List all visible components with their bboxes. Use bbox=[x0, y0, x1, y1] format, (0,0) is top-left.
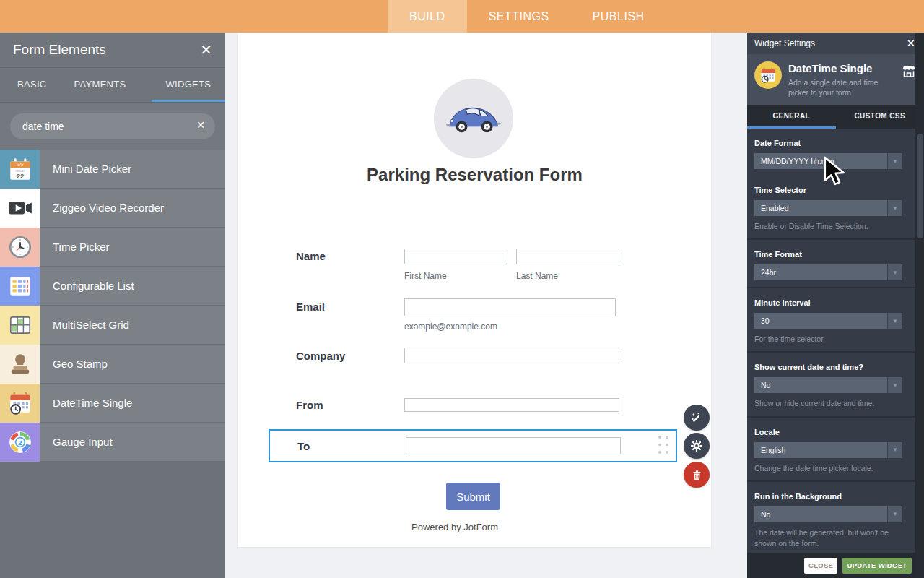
widget-item-geo-stamp[interactable]: Geo Stamp bbox=[0, 345, 225, 384]
field-label: Company bbox=[296, 350, 345, 362]
tab-custom-css[interactable]: CUSTOM CSS bbox=[836, 105, 924, 129]
powered-by-text: Powered by JotForm bbox=[238, 522, 671, 532]
select-value: English bbox=[754, 442, 887, 458]
settings-tabs: GENERAL CUSTOM CSS bbox=[747, 105, 924, 129]
field-to-selected[interactable]: To bbox=[269, 429, 677, 462]
select-value: No bbox=[754, 377, 887, 393]
chevron-down-icon: ▼ bbox=[887, 200, 902, 216]
field-label: To bbox=[297, 440, 310, 452]
widget-list: MAY FRIDAY 22 Mini Date Picker Ziggeo Vi… bbox=[0, 150, 225, 462]
multiselect-grid-icon bbox=[0, 306, 40, 345]
setting-helper: For the time selector. bbox=[754, 334, 902, 345]
car-icon bbox=[445, 101, 502, 136]
panel-scrollbar[interactable] bbox=[915, 33, 924, 578]
gauge-icon: 2 bbox=[0, 423, 40, 462]
tab-settings[interactable]: SETTINGS bbox=[467, 0, 571, 33]
widget-label: Geo Stamp bbox=[40, 345, 225, 384]
chevron-down-icon: ▼ bbox=[887, 377, 902, 393]
svg-text:22: 22 bbox=[16, 172, 24, 180]
delete-button[interactable] bbox=[684, 462, 710, 488]
setting-label: Minute Interval bbox=[754, 298, 902, 307]
widget-label: Ziggeo Video Recorder bbox=[40, 189, 225, 228]
widget-item-multiselect-grid[interactable]: MultiSelect Grid bbox=[0, 306, 225, 345]
submit-button[interactable]: Submit bbox=[446, 483, 500, 510]
mini-date-picker-icon: MAY FRIDAY 22 bbox=[0, 150, 40, 189]
tab-general[interactable]: GENERAL bbox=[747, 105, 836, 129]
form-title: Parking Reservation Form bbox=[238, 165, 711, 185]
close-icon[interactable]: ✕ bbox=[906, 37, 915, 50]
datetime-calendar-clock-icon bbox=[0, 384, 40, 423]
date-format-select[interactable]: MM/DD/YYYY hh:mm ▼ bbox=[754, 153, 902, 169]
scrollbar-thumb[interactable] bbox=[917, 134, 923, 238]
clock-icon bbox=[0, 228, 40, 267]
search-input[interactable] bbox=[10, 113, 215, 139]
minute-interval-select[interactable]: 30 ▼ bbox=[754, 313, 902, 329]
time-selector-select[interactable]: Enabled ▼ bbox=[754, 200, 902, 216]
time-format-select[interactable]: 24hr ▼ bbox=[754, 264, 902, 280]
show-current-select[interactable]: No ▼ bbox=[754, 377, 902, 393]
close-icon[interactable]: ✕ bbox=[200, 43, 212, 57]
setting-locale: Locale English ▼ Change the date time pi… bbox=[747, 416, 915, 480]
trash-icon bbox=[691, 469, 703, 481]
run-background-select[interactable]: No ▼ bbox=[754, 506, 902, 522]
locale-select[interactable]: English ▼ bbox=[754, 442, 902, 458]
email-input[interactable] bbox=[404, 298, 616, 316]
widget-item-ziggeo-video-recorder[interactable]: Ziggeo Video Recorder bbox=[0, 189, 225, 228]
svg-text:2: 2 bbox=[18, 439, 22, 447]
company-input[interactable] bbox=[404, 348, 619, 363]
widget-description: Add a single date and time picker to you… bbox=[788, 77, 900, 98]
widget-label: DateTime Single bbox=[40, 384, 225, 423]
chevron-down-icon: ▼ bbox=[887, 153, 902, 169]
setting-time-selector: Time Selector Enabled ▼ Enable or Disabl… bbox=[747, 176, 915, 238]
sidebar-header: Form Elements ✕ bbox=[0, 33, 225, 68]
drag-handle-icon[interactable] bbox=[658, 436, 668, 454]
widget-label: Gauge Input bbox=[40, 423, 225, 462]
to-input[interactable] bbox=[406, 437, 621, 454]
widget-label: MultiSelect Grid bbox=[40, 306, 225, 345]
form-paper: Parking Reservation Form Name First Name… bbox=[238, 33, 711, 547]
from-input[interactable] bbox=[404, 398, 619, 412]
wizard-button[interactable] bbox=[684, 405, 710, 431]
tab-widgets[interactable]: WIDGETS bbox=[152, 68, 226, 102]
setting-minute-interval: Minute Interval 30 ▼ For the time select… bbox=[747, 287, 915, 351]
widget-item-mini-date-picker[interactable]: MAY FRIDAY 22 Mini Date Picker bbox=[0, 150, 225, 189]
field-label: Email bbox=[296, 301, 325, 313]
last-name-sublabel: Last Name bbox=[516, 271, 558, 281]
select-value: Enabled bbox=[754, 200, 887, 216]
tab-build[interactable]: BUILD bbox=[388, 0, 467, 33]
setting-label: Locale bbox=[754, 428, 902, 436]
setting-helper: Enable or Disable Time Selection. bbox=[754, 221, 902, 232]
datetime-widget-icon bbox=[754, 61, 782, 89]
chevron-down-icon: ▼ bbox=[887, 442, 902, 458]
configurable-list-icon bbox=[0, 267, 40, 306]
tab-basic[interactable]: BASIC bbox=[17, 68, 47, 102]
setting-label: Show current date and time? bbox=[754, 363, 902, 371]
widget-settings-panel: Widget Settings ✕ DateTime Single Add a … bbox=[747, 33, 924, 578]
last-name-input[interactable] bbox=[516, 249, 619, 264]
settings-button[interactable] bbox=[684, 433, 710, 459]
store-icon[interactable] bbox=[901, 64, 917, 105]
chevron-down-icon: ▼ bbox=[887, 506, 902, 522]
panel-header: Widget Settings ✕ bbox=[747, 33, 924, 54]
first-name-input[interactable] bbox=[404, 249, 507, 264]
widget-item-time-picker[interactable]: Time Picker bbox=[0, 228, 225, 267]
panel-title: Widget Settings bbox=[754, 38, 815, 48]
setting-date-format: Date Format MM/DD/YYYY hh:mm ▼ bbox=[747, 129, 915, 176]
tab-publish[interactable]: PUBLISH bbox=[571, 0, 666, 33]
close-button[interactable]: CLOSE bbox=[804, 558, 837, 574]
select-value: No bbox=[754, 506, 887, 522]
clear-search-icon[interactable]: ✕ bbox=[196, 119, 205, 131]
widget-label: Time Picker bbox=[40, 228, 225, 267]
widget-item-configurable-list[interactable]: Configurable List bbox=[0, 267, 225, 306]
widget-label: Mini Date Picker bbox=[40, 150, 225, 189]
gear-icon bbox=[690, 439, 703, 452]
first-name-sublabel: First Name bbox=[404, 271, 447, 281]
widget-item-gauge-input[interactable]: 2 Gauge Input bbox=[0, 423, 225, 462]
select-value: MM/DD/YYYY hh:mm bbox=[754, 153, 887, 169]
widget-item-datetime-single[interactable]: DateTime Single bbox=[0, 384, 225, 423]
update-widget-button[interactable]: UPDATE WIDGET bbox=[842, 558, 912, 574]
widget-label: Configurable List bbox=[40, 267, 225, 306]
sidebar-title: Form Elements bbox=[13, 42, 106, 58]
tab-payments[interactable]: PAYMENTS bbox=[74, 68, 126, 102]
setting-helper: The date will be generated, but won't be… bbox=[754, 527, 902, 549]
